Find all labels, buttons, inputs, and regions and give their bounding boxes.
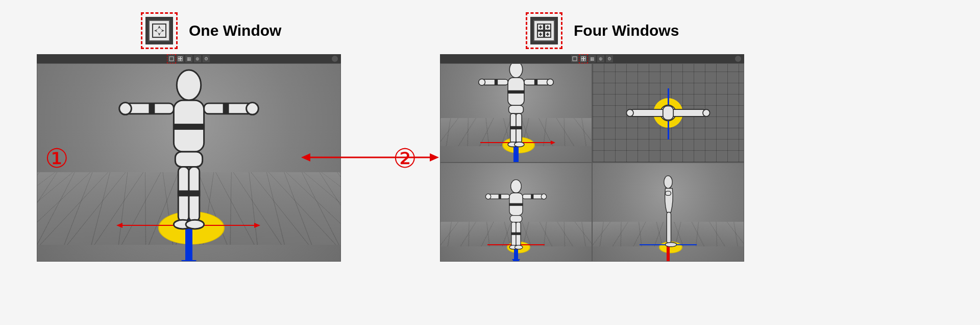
toolbar-layout-four-windows[interactable] — [177, 55, 184, 62]
toolbar-layout-one-window[interactable] — [168, 55, 175, 62]
mannequin[interactable] — [112, 67, 265, 230]
quad-viewport-glyph — [536, 23, 552, 38]
toolbar-settings[interactable]: ⚙ — [203, 55, 210, 62]
gizmo-axis-z-arrow — [512, 259, 520, 262]
mannequin[interactable] — [625, 96, 712, 130]
one-window-icon-highlight — [141, 12, 178, 49]
svg-rect-44 — [181, 57, 183, 59]
panel-four-windows: ▦ ⊕ ⚙ — [440, 54, 744, 262]
single-viewport-glyph — [152, 23, 167, 38]
marker-one: ① — [45, 143, 69, 174]
svg-rect-51 — [584, 59, 586, 61]
panel-close-icon[interactable] — [735, 56, 741, 62]
view-perspective[interactable] — [37, 63, 341, 262]
toolbar-toggle-grid[interactable]: ▦ — [185, 55, 192, 62]
callout-four-windows: Four Windows — [526, 12, 679, 49]
toolbar-layout-one-window[interactable] — [571, 55, 578, 62]
mannequin[interactable] — [654, 173, 682, 250]
panel-close-icon[interactable] — [332, 56, 338, 62]
view-side[interactable] — [592, 163, 744, 262]
viewport-area-single[interactable] — [37, 63, 341, 262]
four-windows-icon[interactable] — [530, 17, 558, 44]
svg-rect-45 — [178, 59, 180, 61]
viewport-area-quad — [440, 63, 744, 262]
mannequin[interactable] — [483, 178, 549, 250]
svg-rect-48 — [581, 57, 583, 59]
svg-rect-47 — [573, 57, 577, 61]
gizmo-axis-z-arrow — [181, 260, 197, 262]
svg-rect-50 — [581, 59, 583, 61]
svg-rect-49 — [584, 57, 586, 59]
viewport-toolbar: ▦ ⊕ ⚙ — [168, 54, 210, 63]
panel-one-window: ▦ ⊕ ⚙ — [37, 54, 341, 262]
toggle-double-arrow-icon — [301, 151, 439, 164]
svg-marker-54 — [430, 153, 439, 161]
svg-marker-26 — [158, 26, 161, 29]
svg-rect-42 — [169, 57, 174, 61]
svg-rect-43 — [178, 57, 180, 59]
mannequin[interactable] — [475, 63, 557, 148]
toolbar-zoom-extents[interactable]: ⊕ — [194, 55, 201, 62]
one-window-icon[interactable] — [145, 17, 173, 44]
svg-rect-46 — [181, 59, 183, 61]
toolbar-layout-four-windows[interactable] — [580, 55, 587, 62]
toolbar-zoom-extents[interactable]: ⊕ — [597, 55, 604, 62]
callout-one-window: One Window — [141, 12, 281, 49]
svg-marker-28 — [154, 29, 158, 32]
four-windows-icon-highlight — [526, 12, 562, 49]
svg-marker-53 — [301, 153, 310, 161]
view-front[interactable] — [440, 163, 592, 262]
svg-marker-27 — [158, 32, 161, 36]
view-top[interactable] — [592, 63, 744, 163]
view-perspective[interactable] — [440, 63, 592, 163]
toolbar-toggle-grid[interactable]: ▦ — [589, 55, 596, 62]
viewport-toolbar: ▦ ⊕ ⚙ — [571, 54, 613, 63]
svg-marker-29 — [161, 29, 164, 32]
toolbar-settings[interactable]: ⚙ — [606, 55, 613, 62]
four-windows-label: Four Windows — [574, 22, 679, 39]
one-window-label: One Window — [189, 22, 281, 39]
